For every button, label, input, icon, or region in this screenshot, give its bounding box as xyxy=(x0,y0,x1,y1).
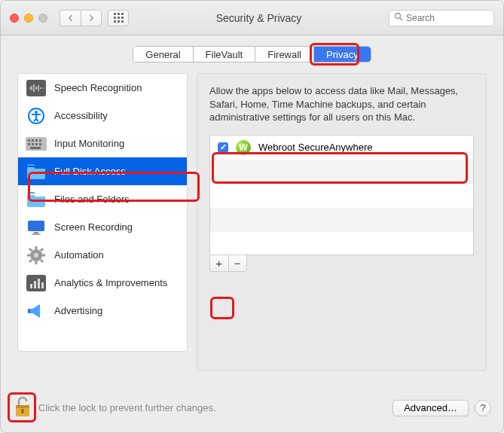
svg-line-27 xyxy=(29,260,32,262)
svg-point-20 xyxy=(34,253,38,258)
svg-rect-9 xyxy=(35,139,38,142)
advanced-button[interactable]: Advanced… xyxy=(393,400,469,416)
svg-point-5 xyxy=(35,111,38,114)
tab-firewall[interactable]: Firewall xyxy=(255,47,314,62)
chart-icon xyxy=(26,274,47,292)
category-list: Speech Recognition Accessibility Input M… xyxy=(17,73,188,352)
category-label: Automation xyxy=(54,249,104,261)
category-accessibility[interactable]: Accessibility xyxy=(18,102,187,130)
search-field[interactable] xyxy=(389,10,494,26)
folder-icon xyxy=(26,163,47,181)
category-label: Advertising xyxy=(54,305,102,316)
tab-row: General FileVault Firewall Privacy xyxy=(1,46,503,63)
svg-line-25 xyxy=(29,249,32,251)
show-all-button[interactable] xyxy=(108,10,129,26)
nav-buttons xyxy=(60,10,102,26)
svg-point-0 xyxy=(396,14,401,19)
svg-rect-16 xyxy=(28,221,44,231)
category-files-folders[interactable]: Files and Folders xyxy=(18,185,187,213)
svg-rect-30 xyxy=(30,284,32,288)
category-label: Files and Folders xyxy=(54,194,130,205)
category-advertising[interactable]: Advertising xyxy=(18,297,187,325)
svg-rect-7 xyxy=(28,139,30,142)
svg-rect-13 xyxy=(35,143,38,145)
svg-rect-10 xyxy=(39,139,41,142)
category-automation[interactable]: Automation xyxy=(18,241,187,269)
category-full-disk-access[interactable]: Full Disk Access xyxy=(18,157,187,185)
svg-rect-11 xyxy=(28,143,30,145)
help-button[interactable]: ? xyxy=(475,400,491,416)
category-label: Screen Recording xyxy=(54,221,133,233)
close-icon[interactable] xyxy=(10,14,19,23)
gear-icon xyxy=(26,246,47,264)
add-remove-controls: + − xyxy=(209,255,247,272)
svg-line-1 xyxy=(400,18,402,20)
svg-rect-15 xyxy=(30,147,41,149)
forward-button[interactable] xyxy=(81,10,102,26)
app-row-empty xyxy=(210,184,473,208)
category-speech-recognition[interactable]: Speech Recognition xyxy=(18,74,187,102)
waveform-icon xyxy=(26,79,47,97)
checkbox-checked-icon[interactable]: ✓ xyxy=(218,142,228,153)
search-input[interactable] xyxy=(406,13,489,23)
accessibility-icon xyxy=(26,107,47,125)
tab-general[interactable]: General xyxy=(133,47,193,62)
keyboard-icon xyxy=(26,135,47,153)
app-row-empty xyxy=(210,160,473,184)
svg-rect-14 xyxy=(39,143,41,145)
svg-line-26 xyxy=(41,260,43,262)
back-button[interactable] xyxy=(60,10,81,26)
svg-line-28 xyxy=(41,249,43,251)
tabs: General FileVault Firewall Privacy xyxy=(133,46,371,63)
category-label: Input Monitoring xyxy=(54,138,124,149)
display-icon xyxy=(26,218,47,236)
category-label: Analytics & Improvements xyxy=(54,277,167,288)
svg-rect-17 xyxy=(34,232,38,233)
category-input-monitoring[interactable]: Input Monitoring xyxy=(18,130,187,157)
svg-rect-34 xyxy=(28,309,30,313)
lock-zone[interactable]: Click the lock to prevent further change… xyxy=(13,395,216,420)
category-label: Speech Recognition xyxy=(54,82,142,93)
svg-rect-12 xyxy=(32,143,34,145)
search-icon xyxy=(394,12,403,23)
svg-rect-31 xyxy=(34,281,36,288)
panel-description: Allow the apps below to access data like… xyxy=(209,84,474,124)
content-area: Speech Recognition Accessibility Input M… xyxy=(1,63,503,370)
unlocked-lock-icon[interactable] xyxy=(13,395,32,420)
app-icon: W xyxy=(236,140,251,155)
category-screen-recording[interactable]: Screen Recording xyxy=(18,213,187,241)
category-label: Accessibility xyxy=(54,110,108,121)
category-label: Full Disk Access xyxy=(54,166,126,177)
svg-rect-32 xyxy=(38,279,40,288)
lock-text: Click the lock to prevent further change… xyxy=(38,402,216,413)
app-row-empty xyxy=(210,232,473,255)
svg-rect-36 xyxy=(16,405,29,408)
window-title: Security & Privacy xyxy=(135,12,383,24)
app-row[interactable]: ✓ W Webroot SecureAnywhere xyxy=(210,136,473,160)
app-list: ✓ W Webroot SecureAnywhere xyxy=(209,135,474,255)
tab-privacy[interactable]: Privacy xyxy=(314,47,371,62)
svg-rect-18 xyxy=(32,233,41,235)
minimize-icon[interactable] xyxy=(24,14,33,23)
maximize-icon xyxy=(38,14,47,23)
titlebar: Security & Privacy xyxy=(1,1,503,35)
svg-rect-33 xyxy=(41,282,44,288)
tab-filevault[interactable]: FileVault xyxy=(194,47,256,62)
add-button[interactable]: + xyxy=(210,255,229,271)
detail-panel: Allow the apps below to access data like… xyxy=(197,73,487,370)
footer: Click the lock to prevent further change… xyxy=(13,395,491,420)
window-controls xyxy=(10,14,47,23)
app-name: Webroot SecureAnywhere xyxy=(258,142,373,153)
megaphone-icon xyxy=(26,302,47,320)
app-row-empty xyxy=(210,208,473,232)
folder-icon xyxy=(26,191,47,209)
category-analytics[interactable]: Analytics & Improvements xyxy=(18,269,187,297)
remove-button[interactable]: − xyxy=(229,255,247,271)
svg-rect-37 xyxy=(22,409,24,413)
svg-rect-8 xyxy=(32,139,34,142)
